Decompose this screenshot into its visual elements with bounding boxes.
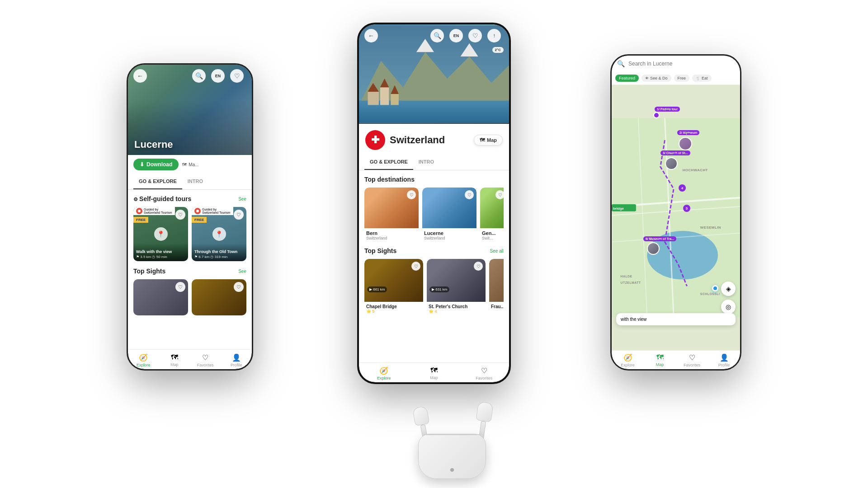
- switzerland-bottom-nav: 🧭 Explore 🗺 Map ♡ Favorites: [359, 362, 509, 382]
- airpods-case: [418, 434, 486, 479]
- map-mini-button[interactable]: 🗺 Ma...: [182, 162, 198, 167]
- destinations-row: ♡ Bern Switzerland ♡ Lucerne Switzerland: [364, 188, 504, 243]
- tour-card-2[interactable]: Guided bySwitzerland Tourism FREE ♡ 📍 Th…: [192, 207, 246, 261]
- tour1-heart[interactable]: ♡: [175, 210, 185, 220]
- tour1-meta: ⚑ 3.5 km ◷ 50 min: [136, 255, 185, 259]
- waypoint-6[interactable]: 6/ Museum of Tra...: [643, 236, 676, 241]
- map-bottom-nav: 🧭 Explore 🗺 Map ♡ Favorites 👤 Profile: [612, 350, 740, 369]
- sight-card-left-1[interactable]: ♡: [133, 279, 188, 315]
- waypoint-2[interactable]: 2/ Alpineum: [677, 130, 699, 135]
- nav-favorites-left[interactable]: ♡ Favorites: [190, 353, 221, 367]
- lucerne-heart[interactable]: ♡: [465, 190, 474, 199]
- svg-text:bridge: bridge: [613, 206, 624, 211]
- favorites-icon-right: ♡: [689, 353, 695, 362]
- lucerne-back-button[interactable]: ←: [133, 69, 147, 83]
- dest-card-lucerne[interactable]: ♡ Lucerne Switzerland: [422, 188, 476, 243]
- geneva-heart[interactable]: ♡: [495, 190, 504, 199]
- waypoint-circle-3: [665, 157, 678, 170]
- map-controls: ◈ ◎: [721, 282, 736, 314]
- switzerland-heart-button[interactable]: ♡: [468, 29, 482, 42]
- search-input[interactable]: [628, 61, 735, 67]
- self-guided-see-all[interactable]: See: [238, 197, 246, 202]
- tab-intro-center[interactable]: INTRO: [413, 155, 439, 170]
- lucerne-lang-button[interactable]: EN: [211, 69, 225, 83]
- back-icon: ←: [137, 72, 143, 80]
- nav-explore-left[interactable]: 🧭 Explore: [128, 353, 159, 367]
- switzerland-lang-button[interactable]: EN: [449, 29, 463, 42]
- svg-text:HOCHWACHT: HOCHWACHT: [683, 168, 708, 172]
- sight2-heart-left[interactable]: ♡: [234, 282, 244, 292]
- nav-favorites-center[interactable]: ♡ Favorites: [459, 366, 509, 380]
- switzerland-map-button[interactable]: 🗺 Map: [474, 135, 503, 145]
- tab-go-explore-left[interactable]: GO & EXPLORE: [133, 174, 182, 189]
- waypoint-3[interactable]: 3/ Church of St...: [660, 150, 690, 155]
- lucerne-hero: ← 🔍 EN ♡ Lucerne: [128, 65, 252, 155]
- compass-button[interactable]: ◎: [721, 300, 736, 314]
- switzerland-share-button[interactable]: ↑: [487, 29, 501, 42]
- geneva-info: Gen... Swit...: [480, 228, 504, 243]
- chapel-distance: ▶ 661 km: [367, 286, 387, 292]
- map-search-icon: 🔍: [617, 60, 625, 67]
- sight-frau[interactable]: ♡ Frau...: [489, 259, 504, 316]
- nav-map-right[interactable]: 🗺 Map: [644, 353, 676, 367]
- tour1-name: Walk with the view: [136, 249, 185, 254]
- layers-button[interactable]: ◈: [721, 282, 736, 296]
- dest-card-bern[interactable]: ♡ Bern Switzerland: [364, 188, 419, 243]
- svg-text:UTZELMATT: UTZELMATT: [621, 281, 641, 284]
- explore-icon-left: 🧭: [139, 353, 148, 362]
- tour2-name: Through the Old Town: [194, 249, 244, 254]
- map-area[interactable]: HOCHWACHT WESEMLIN HALDE UTZELMATT SCHLO…: [612, 85, 740, 350]
- favorites-label-right: Favorites: [684, 363, 700, 367]
- map-label: Ma...: [189, 162, 198, 167]
- filter-featured[interactable]: Featured: [615, 75, 639, 82]
- tab-intro-left[interactable]: INTRO: [182, 174, 208, 189]
- nav-profile-left[interactable]: 👤 Profile: [221, 353, 252, 367]
- filter-free[interactable]: Free: [674, 75, 690, 82]
- chapel-heart[interactable]: ♡: [411, 262, 420, 271]
- nav-map-center[interactable]: 🗺 Map: [409, 366, 459, 380]
- map-label-left: Map: [170, 362, 179, 367]
- waypoint-1[interactable]: 1/ Pedalo tour: [655, 107, 680, 112]
- lucerne-content: ⚙ Self-guided tours See Guided bySwitzer…: [128, 190, 252, 349]
- nav-explore-center[interactable]: 🧭 Explore: [359, 366, 409, 380]
- lucerne-heart-button[interactable]: ♡: [230, 69, 244, 83]
- sight-chapel-bridge[interactable]: ♡ ▶ 661 km Chapel Bridge ⭐ 5: [364, 259, 423, 316]
- switzerland-back-button[interactable]: ←: [364, 29, 378, 42]
- download-button[interactable]: ⬇ Download: [133, 159, 179, 170]
- sight-stpeter[interactable]: ♡ ▶ 631 km St. Peter's Church ⭐ 4: [427, 259, 486, 316]
- dest-card-geneva[interactable]: ♡ Gen... Swit...: [480, 188, 504, 243]
- airpods: [407, 407, 497, 479]
- switzerland-header: ✚ Switzerland 🗺 Map: [359, 124, 509, 155]
- stpeter-name: St. Peter's Church: [429, 304, 484, 309]
- top-sights-see-all-center[interactable]: See all: [490, 249, 504, 253]
- waypoint-circle-1: [653, 112, 660, 118]
- swiss-cross-icon: ✚: [371, 134, 379, 146]
- nav-map-left[interactable]: 🗺 Map: [159, 353, 190, 367]
- switzerland-search-button[interactable]: 🔍: [430, 29, 444, 42]
- bern-heart[interactable]: ♡: [407, 190, 416, 199]
- sight1-heart-left[interactable]: ♡: [175, 282, 185, 292]
- top-sights-see-all-left[interactable]: See: [238, 269, 246, 274]
- waypoint-4[interactable]: 4: [679, 184, 686, 192]
- filter-see-do[interactable]: 👁 See & Do: [642, 75, 671, 82]
- tour2-heart[interactable]: ♡: [234, 210, 244, 220]
- stpeter-heart[interactable]: ♡: [474, 262, 483, 271]
- map-icon: 🗺: [182, 162, 187, 167]
- top-sights-header-left: Top Sights See: [133, 267, 246, 275]
- download-label: Download: [146, 161, 172, 168]
- bern-info: Bern Switzerland: [364, 228, 419, 243]
- tab-go-explore-center[interactable]: GO & EXPLORE: [364, 155, 413, 170]
- sight-card-left-2[interactable]: ♡: [192, 279, 246, 315]
- waypoint-circle-2: [679, 137, 692, 150]
- lucerne-search-button[interactable]: 🔍: [192, 69, 206, 83]
- nav-favorites-right[interactable]: ♡ Favorites: [676, 353, 708, 367]
- svg-text:HALDE: HALDE: [621, 275, 632, 278]
- nav-profile-right[interactable]: 👤 Profile: [708, 353, 740, 367]
- scene: ← 🔍 EN ♡ Lucerne ⬇: [0, 0, 868, 488]
- filter-tabs: Featured 👁 See & Do Free 🍴 Eat: [612, 72, 740, 85]
- map-label-right: Map: [656, 362, 664, 367]
- waypoint-5[interactable]: 5: [683, 205, 690, 212]
- nav-explore-right[interactable]: 🧭 Explore: [612, 353, 644, 367]
- filter-eat[interactable]: 🍴 Eat: [692, 75, 712, 82]
- tour-card-1[interactable]: Guided bySwitzerland Tourism FREE ♡ 📍 Wa…: [133, 207, 188, 261]
